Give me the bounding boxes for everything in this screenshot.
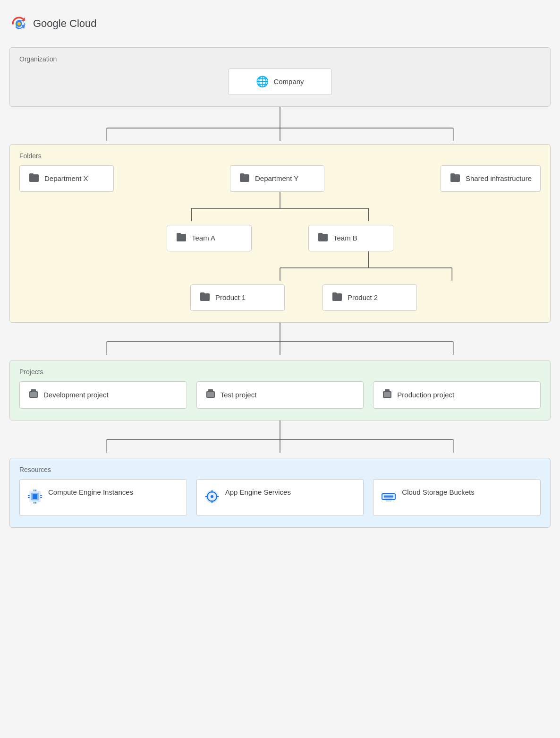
- prod-project-label: Production project: [397, 390, 454, 400]
- folder-icon-depty: [239, 172, 250, 185]
- app-engine-label: App Engine Services: [225, 487, 291, 497]
- org-icon: 🌐: [256, 76, 269, 88]
- connector-depty-teams: [19, 192, 541, 225]
- team-a-node: Team A: [167, 225, 252, 251]
- folder-icon-teama: [176, 232, 187, 244]
- product2-node: Product 2: [322, 284, 417, 311]
- svg-rect-37: [384, 392, 390, 397]
- connector-products-projects: [9, 323, 551, 360]
- folder-icon-product1: [199, 292, 211, 304]
- org-label: Organization: [19, 55, 541, 63]
- compute-engine-icon: [26, 488, 43, 508]
- svg-rect-49: [28, 495, 30, 496]
- compute-engine-node: Compute Engine Instances: [19, 479, 187, 516]
- project-icon-test: [205, 388, 216, 402]
- svg-rect-50: [28, 497, 30, 498]
- svg-rect-48: [33, 494, 37, 499]
- dept-y-node: Department Y: [230, 165, 324, 192]
- compute-engine-label: Compute Engine Instances: [48, 487, 133, 497]
- svg-rect-53: [34, 489, 34, 491]
- org-content: 🌐 Company: [19, 69, 541, 95]
- app-engine-node: App Engine Services: [196, 479, 364, 516]
- svg-rect-31: [30, 392, 37, 397]
- dev-project-label: Development project: [43, 390, 109, 400]
- svg-rect-69: [386, 500, 391, 502]
- page-wrapper: Google Cloud Organization 🌐 Company: [9, 9, 551, 528]
- connector-org-folders: [9, 107, 551, 145]
- shared-infra-node: Shared infrastructure: [441, 165, 541, 192]
- app-engine-icon: [204, 488, 221, 508]
- folder-icon-deptx: [28, 172, 40, 185]
- svg-rect-68: [385, 498, 392, 500]
- folders-section: Folders Department X Department Y: [9, 144, 551, 323]
- projects-label: Projects: [19, 368, 541, 376]
- project-icon-dev: [28, 388, 39, 402]
- product1-label: Product 1: [215, 293, 246, 302]
- product1-node: Product 1: [190, 284, 285, 311]
- dept-x-node: Department X: [19, 165, 114, 192]
- project-icon-prod: [382, 388, 392, 402]
- svg-rect-51: [40, 495, 42, 496]
- org-section: Organization 🌐 Company: [9, 47, 551, 107]
- test-project-node: Test project: [196, 381, 364, 409]
- test-project-label: Test project: [221, 390, 257, 400]
- teama-label: Team A: [192, 233, 215, 243]
- svg-rect-52: [40, 497, 42, 498]
- google-cloud-logo: [9, 14, 28, 33]
- folder-icon-shared: [450, 172, 461, 185]
- projects-row: Development project Test project Product…: [19, 381, 541, 409]
- svg-point-0: [17, 22, 21, 26]
- svg-rect-34: [207, 392, 214, 397]
- teamb-label: Team B: [333, 233, 357, 243]
- svg-rect-33: [208, 389, 213, 392]
- dev-project-node: Development project: [19, 381, 187, 409]
- folders-label: Folders: [19, 152, 541, 160]
- resources-section: Resources: [9, 458, 551, 528]
- folders-content: Department X Department Y Shared infrast…: [19, 165, 541, 311]
- shared-infra-label: Shared infrastructure: [466, 174, 532, 183]
- connector-teamb-products: [19, 251, 541, 284]
- team-b-node: Team B: [308, 225, 393, 251]
- resources-label: Resources: [19, 466, 541, 473]
- folders-row1: Department X Department Y Shared infrast…: [19, 165, 541, 192]
- header: Google Cloud: [9, 9, 551, 38]
- prod-project-node: Production project: [373, 381, 541, 409]
- folders-row2: Team A Team B: [19, 225, 541, 251]
- svg-rect-36: [385, 389, 390, 392]
- cloud-storage-icon: [380, 488, 397, 508]
- diagram-wrapper: Organization 🌐 Company: [9, 47, 551, 528]
- folder-icon-product2: [331, 292, 343, 304]
- projects-section: Projects Development project Test projec…: [9, 360, 551, 420]
- header-title: Google Cloud: [33, 17, 97, 30]
- deptx-label: Department X: [44, 174, 88, 183]
- company-node: 🌐 Company: [228, 69, 332, 95]
- company-label: Company: [273, 77, 304, 86]
- svg-rect-30: [31, 389, 36, 392]
- folders-row3: Product 1 Product 2: [19, 284, 541, 311]
- svg-rect-54: [35, 489, 36, 491]
- cloud-storage-node: Cloud Storage Buckets: [373, 479, 541, 516]
- svg-point-59: [211, 495, 213, 498]
- svg-rect-55: [34, 502, 34, 504]
- depty-label: Department Y: [255, 174, 298, 183]
- folder-icon-teamb: [317, 232, 329, 244]
- connector-projects-resources: [9, 420, 551, 458]
- product2-label: Product 2: [348, 293, 378, 302]
- resources-row: Compute Engine Instances: [19, 479, 541, 516]
- svg-rect-56: [35, 502, 36, 504]
- cloud-storage-label: Cloud Storage Buckets: [402, 487, 474, 497]
